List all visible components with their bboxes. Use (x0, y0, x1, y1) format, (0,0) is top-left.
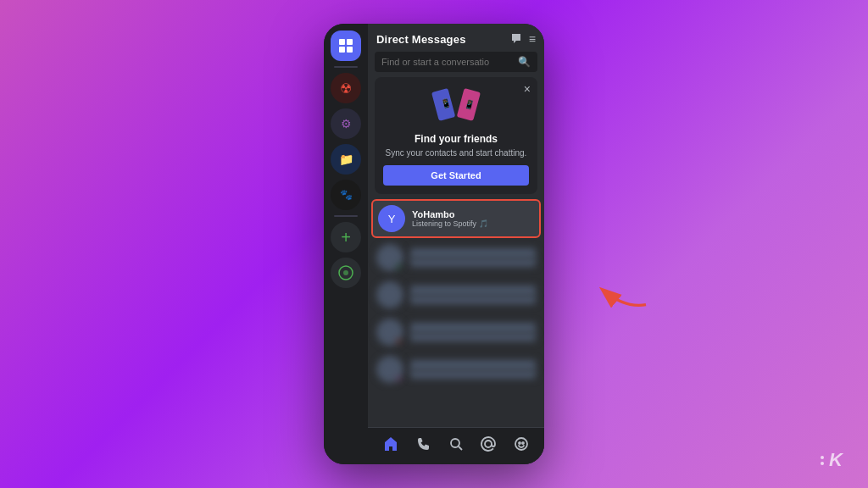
dm-status-yohambo: Listening to Spotify 🎵 (412, 219, 534, 228)
nav-emoji-icon[interactable] (509, 432, 533, 460)
dm-info-user2: BlurUser blur (410, 248, 536, 267)
svg-point-10 (451, 439, 459, 447)
dm-status-user2: blur (410, 258, 536, 267)
search-input[interactable] (381, 57, 513, 67)
dm-header: Direct Messages ≡ (368, 24, 544, 52)
dm-item-user5[interactable]: BlurUser4 blur (371, 352, 541, 387)
friends-illustration: 📱 📱 (383, 86, 529, 128)
svg-point-14 (519, 442, 520, 444)
status-dot-user5 (396, 375, 403, 383)
dm-status-user4: blur (410, 333, 536, 341)
find-friends-subtitle: Sync your contacts and start chatting. (383, 147, 529, 158)
svg-point-12 (485, 441, 492, 447)
nav-home-icon[interactable] (379, 432, 403, 460)
server-icon-4[interactable]: 🐾 (331, 180, 361, 210)
dm-item-user3[interactable]: BlurUser2 blur (371, 277, 541, 313)
dm-name-user5: BlurUser4 (410, 360, 536, 370)
dm-info-yohambo: YoHambo Listening to Spotify 🎵 (412, 209, 534, 228)
dm-avatar-user4 (376, 319, 403, 346)
dm-info-user3: BlurUser2 blur (410, 286, 536, 304)
dm-name-user3: BlurUser2 (410, 286, 536, 296)
dm-name-user2: BlurUser (410, 248, 536, 258)
menu-icon[interactable]: ≡ (529, 32, 536, 47)
find-friends-title: Find your friends (383, 133, 529, 145)
svg-point-15 (522, 442, 524, 444)
find-friends-card: × 📱 📱 Find your friends Sync your contac… (375, 77, 537, 194)
search-bar[interactable]: 🔍 (375, 52, 537, 72)
server-icon-3[interactable]: 📁 (331, 144, 361, 175)
server-icon-1[interactable]: ☢ (331, 73, 361, 103)
nav-call-icon[interactable] (412, 432, 436, 460)
dm-info-user5: BlurUser4 blur (410, 360, 536, 379)
server-icon-discover[interactable] (331, 258, 361, 288)
dm-name-yohambo: YoHambo (412, 209, 534, 219)
watermark: K (821, 449, 843, 471)
close-button[interactable]: × (524, 82, 531, 96)
nav-search-icon[interactable] (444, 432, 468, 460)
dm-info-user4: BlurUser3 blur (410, 323, 536, 341)
server-sidebar: ☢ ⚙ 📁 🐾 + (324, 24, 368, 464)
dm-status-user3: blur (410, 296, 536, 304)
dm-status-user5: blur (410, 370, 536, 379)
watermark-letter: K (829, 449, 843, 471)
status-dot-user4 (396, 338, 403, 346)
server-icon-2[interactable]: ⚙ (331, 108, 361, 139)
nav-mention-icon[interactable] (476, 432, 500, 460)
phone-wrapper: ☢ ⚙ 📁 🐾 + Direct Messages (324, 24, 544, 464)
header-icons: ≡ (510, 32, 536, 47)
dm-avatar-yohambo: Y (378, 205, 405, 232)
svg-point-13 (515, 438, 527, 450)
svg-point-5 (343, 270, 348, 275)
server-divider-2 (334, 215, 358, 217)
server-icon-home[interactable] (331, 30, 361, 61)
svg-rect-1 (347, 39, 353, 45)
dm-avatar-user5 (376, 356, 403, 383)
dm-title: Direct Messages (376, 33, 466, 46)
server-icon-add[interactable]: + (331, 222, 361, 252)
dm-avatar-user3 (376, 281, 403, 308)
dm-avatar-user2 (376, 244, 403, 271)
dm-list: Y YoHambo Listening to Spotify 🎵 BlurUse… (368, 199, 544, 427)
new-dm-icon[interactable] (510, 32, 522, 47)
dm-name-user4: BlurUser3 (410, 323, 536, 333)
dm-item-user4[interactable]: BlurUser3 blur (371, 314, 541, 350)
svg-rect-3 (347, 47, 353, 53)
bottom-nav (368, 427, 544, 464)
dm-panel: Direct Messages ≡ 🔍 × (368, 24, 544, 464)
svg-rect-0 (339, 39, 345, 45)
get-started-button[interactable]: Get Started (383, 165, 529, 186)
watermark-dots (821, 456, 824, 465)
watermark-dot-2 (821, 462, 824, 465)
dm-item-user2[interactable]: BlurUser blur (371, 240, 541, 275)
watermark-dot-1 (821, 456, 824, 459)
svg-line-11 (459, 446, 462, 450)
svg-rect-2 (339, 47, 345, 53)
status-dot-user2 (396, 263, 403, 271)
server-divider (334, 66, 358, 68)
dm-item-yohambo[interactable]: Y YoHambo Listening to Spotify 🎵 (371, 199, 541, 238)
phone-container: ☢ ⚙ 📁 🐾 + Direct Messages (324, 24, 544, 464)
search-icon: 🔍 (518, 56, 531, 68)
